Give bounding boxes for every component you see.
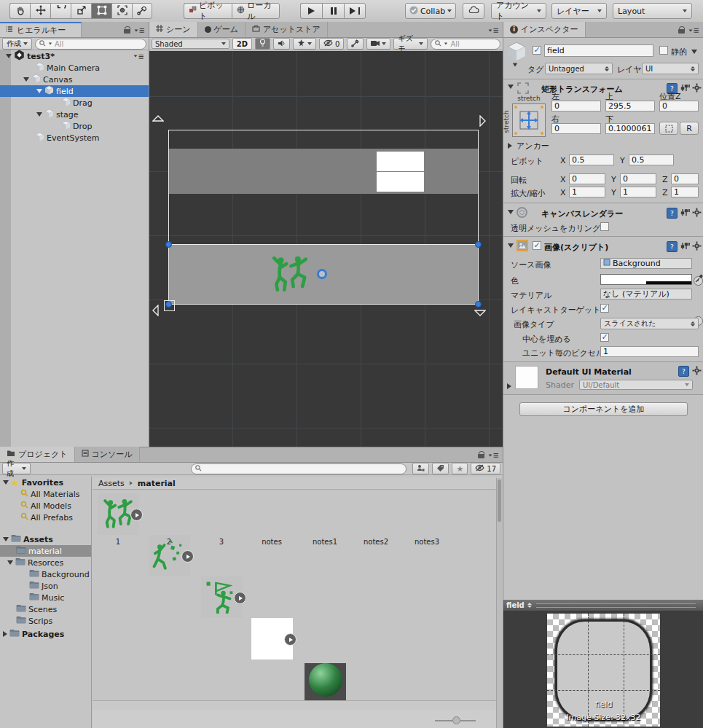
scene-search-input[interactable]: All: [431, 39, 500, 50]
tab-inspector[interactable]: i インスペクター: [503, 22, 586, 37]
tab-scene[interactable]: シーン: [149, 22, 198, 37]
source-image-field[interactable]: Background: [600, 258, 692, 269]
hand-tool-button[interactable]: [9, 3, 30, 19]
pivot-y-field[interactable]: 0.5: [629, 154, 674, 165]
image-enabled-checkbox[interactable]: [533, 241, 541, 250]
right-field[interactable]: 0: [551, 123, 601, 134]
tree-row-all-prefabs[interactable]: All Prefabs: [0, 512, 91, 523]
project-hscrollbar[interactable]: [93, 700, 496, 710]
rect-transform-foldout[interactable]: [508, 85, 514, 89]
hierarchy-create-button[interactable]: 作成: [2, 38, 32, 50]
help-icon[interactable]: [678, 366, 689, 377]
transform-tool-button[interactable]: [111, 3, 132, 19]
help-icon[interactable]: [667, 241, 678, 252]
lock-icon[interactable]: [678, 26, 686, 34]
asset-thumb-notes1[interactable]: [305, 663, 346, 705]
blueprint-mode-button[interactable]: [659, 122, 678, 135]
add-component-button[interactable]: コンポーネントを追加: [519, 402, 688, 416]
asset-thumb-notes[interactable]: [251, 618, 293, 659]
presets-icon[interactable]: [680, 208, 690, 219]
gizmos-dropdown[interactable]: ギズモ: [393, 38, 428, 50]
effects-dropdown-button[interactable]: [293, 38, 316, 50]
shading-mode-dropdown[interactable]: Shaded: [152, 39, 229, 49]
top-field[interactable]: 295.5: [605, 101, 655, 111]
preview-grip[interactable]: [536, 603, 696, 608]
move-tool-button[interactable]: [30, 3, 50, 19]
shader-dropdown[interactable]: UI/Default: [579, 380, 693, 390]
help-icon[interactable]: [667, 208, 678, 219]
hierarchy-row-eventsystem[interactable]: EventSystem: [0, 132, 149, 144]
tree-row-json[interactable]: Json: [0, 580, 91, 592]
anchor-handle-bottom-left[interactable]: [152, 305, 164, 318]
project-search-input[interactable]: [191, 463, 407, 474]
tree-row-music[interactable]: Music: [0, 592, 91, 603]
gear-icon[interactable]: [692, 241, 702, 253]
pivot-x-field[interactable]: 0.5: [569, 154, 614, 165]
project-create-button[interactable]: 作成: [2, 463, 31, 474]
eyedropper-icon[interactable]: [694, 274, 703, 286]
scrollbar-thumb[interactable]: [498, 480, 501, 522]
scene-tools-button[interactable]: [347, 38, 364, 50]
rect-handle-bottom-left[interactable]: [165, 301, 172, 308]
rect-handle-top-left[interactable]: [165, 241, 172, 248]
scene-menu-icon[interactable]: ≡: [488, 26, 499, 34]
scale-z-field[interactable]: 1: [671, 187, 699, 197]
expand-badge-icon[interactable]: [130, 509, 143, 521]
scale-x-field[interactable]: 1: [569, 187, 605, 197]
pivot-handle[interactable]: [317, 269, 327, 279]
hierarchy-row-drag[interactable]: Drag: [0, 97, 149, 109]
breadcrumb-current[interactable]: material: [138, 479, 176, 488]
rot-z-field[interactable]: 0: [671, 173, 699, 184]
scene-menu-icon[interactable]: ≡: [133, 52, 144, 60]
gear-icon[interactable]: [692, 208, 702, 219]
color-swatch[interactable]: [600, 274, 692, 285]
static-checkbox[interactable]: [659, 46, 668, 55]
tree-row-all-materials[interactable]: All Materials: [0, 488, 91, 500]
tab-game[interactable]: ゲーム: [198, 22, 246, 37]
image-foldout[interactable]: [508, 243, 514, 248]
cloud-button[interactable]: [463, 3, 484, 19]
search-by-type-button[interactable]: [412, 463, 429, 474]
image-type-dropdown[interactable]: スライスされた: [600, 318, 699, 329]
rect-handle-top-right[interactable]: [475, 241, 482, 248]
tree-row-all-models[interactable]: All Models: [0, 500, 91, 512]
object-icon-dropdown[interactable]: [513, 63, 517, 67]
anchor-preset-widget[interactable]: [512, 103, 546, 137]
asset-thumb-3[interactable]: [201, 576, 243, 618]
local-toggle-button[interactable]: ローカル: [232, 3, 280, 19]
cull-transparent-checkbox[interactable]: [600, 222, 609, 231]
bottom-field[interactable]: 0.1000061: [605, 123, 655, 134]
tab-asset-store[interactable]: アセットストア: [246, 22, 328, 37]
account-dropdown[interactable]: アカウント: [491, 3, 546, 19]
rotate-tool-button[interactable]: [50, 3, 71, 19]
anchor-handle-top-right[interactable]: [474, 115, 486, 129]
hierarchy-row-drop[interactable]: Drop: [0, 120, 149, 132]
layer-dropdown[interactable]: UI: [642, 63, 699, 74]
search-by-label-button[interactable]: [432, 463, 449, 474]
hidden-packages-button[interactable]: 17: [471, 463, 500, 474]
hierarchy-row-canvas[interactable]: Canvas: [0, 74, 149, 85]
preview-header[interactable]: field: [503, 600, 703, 611]
thumbnail-size-slider-thumb[interactable]: [452, 716, 460, 724]
hierarchy-row-scene[interactable]: test3* ≡: [0, 50, 149, 62]
rot-y-field[interactable]: 0: [620, 173, 656, 184]
tab-console[interactable]: コンソール: [75, 447, 140, 462]
lock-icon[interactable]: [478, 451, 485, 459]
tree-row-background[interactable]: Background: [0, 568, 91, 580]
hierarchy-row-main-camera[interactable]: Main Camera: [0, 62, 149, 74]
anchors-foldout[interactable]: [508, 143, 512, 149]
tree-row-resorces[interactable]: Resorces: [0, 557, 91, 568]
2d-toggle-button[interactable]: 2D: [232, 38, 252, 50]
step-button[interactable]: [344, 3, 366, 19]
play-button[interactable]: [300, 3, 322, 19]
rect-handle-bottom-right[interactable]: [475, 301, 482, 308]
rect-tool-button[interactable]: [91, 3, 111, 19]
tree-row-packages[interactable]: Packages: [0, 628, 91, 640]
hidden-objects-button[interactable]: 0: [319, 38, 344, 50]
favorites-filter-button[interactable]: ★: [452, 463, 468, 474]
project-vscrollbar[interactable]: [496, 478, 502, 728]
pause-button[interactable]: [322, 3, 344, 19]
pivot-toggle-button[interactable]: ピボット: [184, 3, 232, 19]
tree-row-scrips[interactable]: Scrips: [0, 615, 91, 627]
object-name-field[interactable]: field: [544, 44, 653, 57]
